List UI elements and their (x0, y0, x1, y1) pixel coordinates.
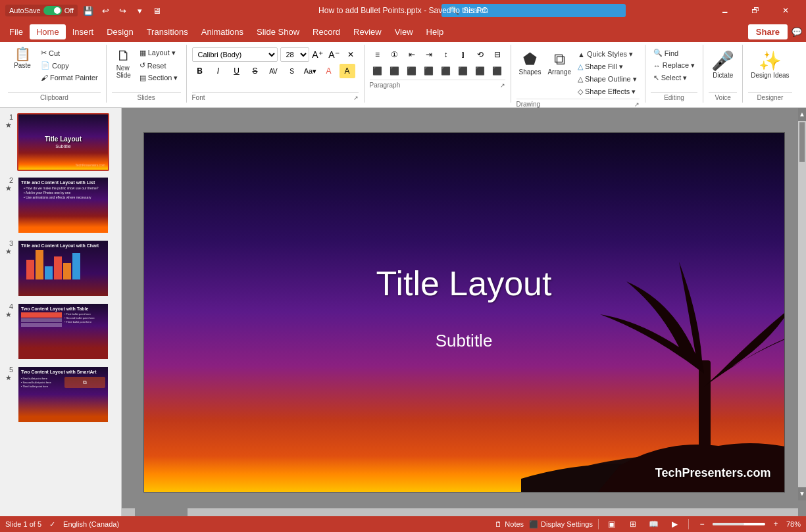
line-spacing-button[interactable]: ↕ (438, 47, 454, 62)
columns-button[interactable]: ⫿ (455, 47, 471, 62)
text-direction-button[interactable]: ⟲ (472, 47, 488, 62)
bullets-button[interactable]: ≡ (370, 47, 386, 62)
decrease-font-button[interactable]: A⁻ (326, 47, 342, 62)
paste-button[interactable]: 📋 Paste (8, 45, 37, 79)
slide-sorter-button[interactable]: ⊞ (625, 517, 641, 531)
find-button[interactable]: 🔍 Find (651, 47, 681, 59)
slide-thumbnail-1[interactable]: Title Layout Subtitle TechPresenters.com (17, 113, 109, 171)
redo-icon[interactable]: ↪ (116, 4, 129, 17)
shape-effects-button[interactable]: ◇ Shape Effects ▾ (575, 86, 640, 97)
layout-button[interactable]: ▦ Layout ▾ (137, 47, 181, 59)
autosave-toggle[interactable] (43, 6, 62, 15)
scroll-up-button[interactable]: ▲ (798, 108, 806, 121)
share-button[interactable]: Share (748, 24, 788, 39)
slide-thumbnail-5[interactable]: Two Content Layout with SmartArt • First… (17, 366, 109, 423)
menu-home[interactable]: Home (30, 24, 66, 39)
underline-button[interactable]: U (229, 64, 245, 78)
format-painter-button[interactable]: 🖌 Format Painter (38, 72, 101, 83)
menu-insert[interactable]: Insert (66, 24, 101, 39)
undo-icon[interactable]: ↩ (99, 4, 112, 17)
align-left-button[interactable]: ⬛ (370, 64, 386, 78)
arrange-button[interactable]: ⧉ Arrange (545, 47, 574, 78)
display-settings-button[interactable]: ⬛ Display Settings (529, 520, 593, 529)
notes-button[interactable]: 🗒 Notes (495, 520, 524, 528)
menu-record[interactable]: Record (306, 24, 347, 39)
replace-button[interactable]: ↔ Replace ▾ (651, 60, 697, 71)
font-name-select[interactable]: Calibri (Body) (192, 47, 278, 62)
highlight-color-button[interactable]: A (340, 64, 355, 78)
slide-thumb-2[interactable]: 2 ★ Title and Content Layout with List •… (4, 176, 117, 234)
strikethrough-button[interactable]: S (247, 64, 263, 78)
slide-title[interactable]: Title Layout (208, 264, 720, 303)
copy-button[interactable]: 📄 Copy (38, 60, 101, 71)
scroll-thumb[interactable] (799, 122, 805, 162)
shape-fill-button[interactable]: △ Shape Fill ▾ (575, 61, 640, 72)
menu-file[interactable]: File (3, 24, 30, 39)
dictate-button[interactable]: 🎤 Dictate (709, 47, 737, 82)
h-scroll-thumb[interactable] (135, 508, 188, 516)
search-bar[interactable]: 🔍 Search (441, 4, 626, 17)
numbering-button[interactable]: ① (387, 47, 403, 62)
menu-review[interactable]: Review (347, 24, 388, 39)
font-color-button[interactable]: A (321, 64, 337, 78)
slide-thumbnail-4[interactable]: Two Content Layout with Table • First bu… (17, 302, 109, 360)
autosave-info-icon[interactable]: 🖥 (150, 4, 163, 17)
char-spacing-button[interactable]: AV (266, 64, 282, 78)
cut-button[interactable]: ✂ Cut (38, 47, 101, 59)
reset-button[interactable]: ↺ Reset (137, 60, 181, 71)
font-size-select[interactable]: 28 (280, 47, 309, 62)
font-dialog-launcher[interactable]: ↗ (353, 95, 359, 101)
slide-thumbnail-3[interactable]: Title and Content Layout with Chart (17, 239, 109, 297)
bold-button[interactable]: B (192, 64, 208, 78)
shadow-button[interactable]: S (284, 64, 300, 78)
menu-slideshow[interactable]: Slide Show (250, 24, 306, 39)
autosave-toggle-container[interactable]: AutoSave Off (5, 5, 78, 16)
clear-formatting-button[interactable]: ✕ (343, 47, 359, 62)
slide-thumb-3[interactable]: 3 ★ Title and Content Layout with Chart (4, 239, 117, 297)
shapes-button[interactable]: ⬟ Shapes (516, 47, 544, 78)
distribute-cols-button[interactable]: ⬛ (455, 64, 471, 78)
align-center-button[interactable]: ⬛ (387, 64, 403, 78)
italic-button[interactable]: I (211, 64, 226, 78)
comments-icon[interactable]: 💬 (790, 25, 803, 38)
smartart-button[interactable]: ⊟ (490, 47, 505, 62)
new-slide-button[interactable]: 🗋 NewSlide (112, 45, 136, 79)
increase-indent-button[interactable]: ⇥ (421, 47, 437, 62)
zoom-slider[interactable] (713, 523, 765, 525)
vertical-scrollbar[interactable]: ▲ ▼ (798, 108, 806, 500)
scroll-track[interactable] (798, 121, 806, 487)
align-top-button[interactable]: ⬛ (472, 64, 488, 78)
close-button[interactable]: ✕ (770, 0, 801, 21)
restore-button[interactable]: 🗗 (740, 0, 770, 21)
zoom-in-button[interactable]: + (768, 517, 784, 531)
align-middle-button[interactable]: ⬛ (490, 64, 505, 78)
justify-button[interactable]: ⬛ (421, 64, 437, 78)
save-icon[interactable]: 💾 (82, 4, 95, 17)
customize-qat-icon[interactable]: ▾ (133, 4, 146, 17)
minimize-button[interactable]: 🗕 (710, 0, 740, 21)
slide-subtitle[interactable]: Subtitle (208, 331, 720, 351)
menu-design[interactable]: Design (100, 24, 139, 39)
drawing-dialog-launcher[interactable]: ↗ (634, 101, 640, 108)
increase-font-button[interactable]: A⁺ (310, 47, 326, 62)
distribute-rows-button[interactable]: ⬛ (438, 64, 454, 78)
select-button[interactable]: ↖ Select ▾ (651, 72, 690, 84)
shape-outline-button[interactable]: △ Shape Outline ▾ (575, 74, 640, 85)
slideshow-button[interactable]: ▶ (667, 517, 683, 531)
slide-thumb-5[interactable]: 5 ★ Two Content Layout with SmartArt • F… (4, 366, 117, 423)
quick-styles-button[interactable]: ▲ Quick Styles ▾ (575, 49, 640, 60)
horizontal-scrollbar[interactable] (122, 508, 798, 516)
decrease-indent-button[interactable]: ⇤ (404, 47, 420, 62)
design-ideas-button[interactable]: ✨ Design Ideas (748, 47, 792, 82)
section-button[interactable]: ▤ Section ▾ (137, 72, 181, 84)
menu-animations[interactable]: Animations (195, 24, 250, 39)
zoom-out-button[interactable]: − (694, 517, 710, 531)
menu-transitions[interactable]: Transitions (140, 24, 195, 39)
change-case-button[interactable]: Aa▾ (303, 64, 318, 78)
slide-thumb-1[interactable]: 1 ★ Title Layout Subtitle TechPresenters… (4, 113, 117, 171)
reading-view-button[interactable]: 📖 (646, 517, 662, 531)
paragraph-dialog-launcher[interactable]: ↗ (500, 82, 505, 89)
slide-thumbnail-2[interactable]: Title and Content Layout with List • How… (17, 176, 109, 234)
slide-thumb-4[interactable]: 4 ★ Two Content Layout with Table • Firs… (4, 302, 117, 360)
slide-canvas[interactable]: Title Layout Subtitle TechPresenters.com (143, 132, 785, 493)
